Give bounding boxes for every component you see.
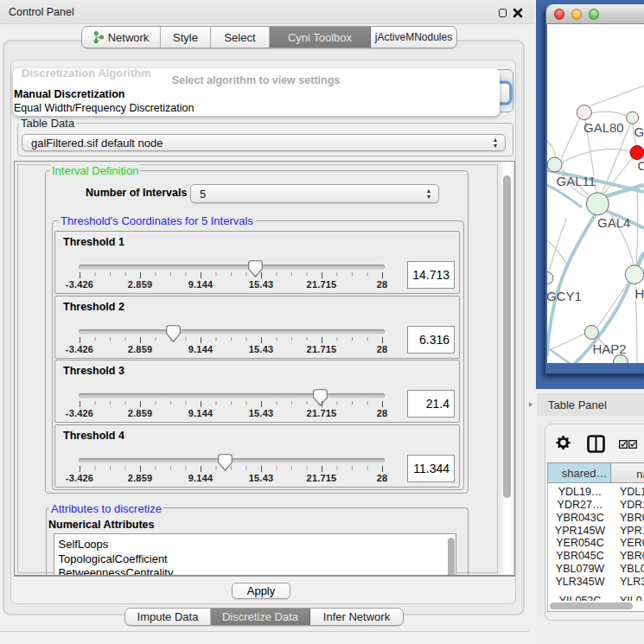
svg-text:GAL80: GAL80 <box>583 120 624 135</box>
svg-text:GAL11: GAL11 <box>557 174 596 188</box>
svg-text:HAP2: HAP2 <box>593 341 627 356</box>
svg-text:H: H <box>635 286 644 301</box>
svg-text:G.: G. <box>634 124 644 139</box>
svg-text:GAL4: GAL4 <box>597 215 630 230</box>
svg-text:C: C <box>638 158 644 173</box>
svg-text:GCY1: GCY1 <box>547 289 582 303</box>
